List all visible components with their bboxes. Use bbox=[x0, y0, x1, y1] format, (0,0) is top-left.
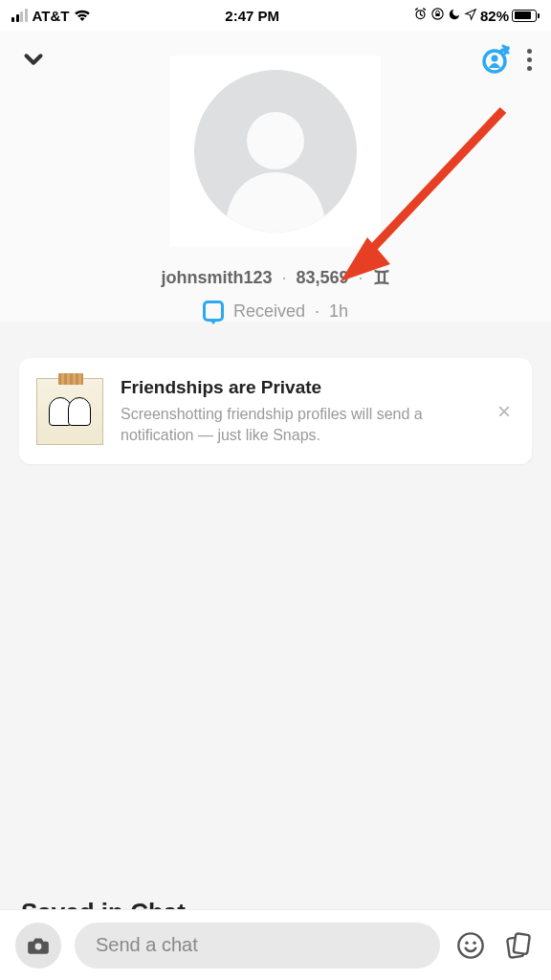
wifi-icon bbox=[74, 9, 91, 22]
svg-point-6 bbox=[35, 943, 42, 949]
camera-icon bbox=[26, 933, 51, 958]
cards-icon bbox=[503, 930, 534, 961]
clock-label: 2:47 PM bbox=[225, 8, 279, 24]
separator-dot: · bbox=[315, 301, 320, 322]
chat-input[interactable]: Send a chat bbox=[75, 923, 440, 969]
zodiac-icon: ♊︎ bbox=[373, 266, 390, 289]
svg-point-4 bbox=[492, 56, 498, 62]
separator-dot: · bbox=[281, 268, 286, 288]
avatar[interactable] bbox=[170, 56, 381, 247]
more-icon[interactable] bbox=[527, 49, 532, 71]
notice-thumbnail bbox=[36, 378, 103, 445]
status-label: Received bbox=[233, 301, 305, 322]
battery-percent-label: 82% bbox=[480, 8, 509, 24]
svg-rect-2 bbox=[435, 13, 439, 16]
svg-point-5 bbox=[247, 112, 304, 169]
sticker-button[interactable] bbox=[453, 928, 488, 963]
svg-point-8 bbox=[465, 941, 468, 944]
profile-section: johnsmith123 · 83,569 · ♊︎ Received · 1h bbox=[0, 56, 551, 322]
alarm-icon bbox=[413, 7, 428, 24]
status-time: 1h bbox=[329, 301, 348, 322]
signal-icon bbox=[11, 9, 28, 22]
bottom-bar: Send a chat bbox=[0, 909, 551, 980]
notice-title: Friendships are Private bbox=[121, 377, 476, 398]
status-bar: AT&T 2:47 PM 82% bbox=[0, 0, 551, 31]
svg-rect-11 bbox=[514, 933, 530, 954]
privacy-notice-card: Friendships are Private Screenshotting f… bbox=[19, 358, 532, 464]
lock-rotation-icon bbox=[430, 7, 445, 24]
snap-status-row: Received · 1h bbox=[0, 301, 551, 322]
status-left: AT&T bbox=[11, 8, 91, 24]
notice-body: Screenshotting friendship profiles will … bbox=[121, 404, 476, 445]
svg-point-9 bbox=[473, 941, 475, 944]
snap-score: 83,569 bbox=[296, 268, 348, 288]
chat-received-icon bbox=[203, 301, 224, 322]
svg-point-7 bbox=[458, 933, 482, 957]
username-label: johnsmith123 bbox=[161, 268, 272, 288]
location-icon bbox=[464, 8, 477, 24]
add-friend-icon[interactable] bbox=[479, 44, 510, 75]
chat-placeholder: Send a chat bbox=[96, 934, 198, 956]
camera-button[interactable] bbox=[15, 923, 61, 969]
close-icon[interactable]: × bbox=[494, 398, 515, 425]
status-right: 82% bbox=[413, 7, 540, 24]
smile-icon bbox=[455, 930, 486, 961]
chevron-down-icon[interactable] bbox=[19, 45, 48, 74]
separator-dot: · bbox=[359, 268, 364, 288]
memories-button[interactable] bbox=[501, 928, 536, 963]
carrier-label: AT&T bbox=[33, 8, 70, 24]
moon-icon bbox=[448, 8, 461, 24]
username-row[interactable]: johnsmith123 · 83,569 · ♊︎ bbox=[0, 266, 551, 289]
battery-icon bbox=[512, 10, 540, 22]
